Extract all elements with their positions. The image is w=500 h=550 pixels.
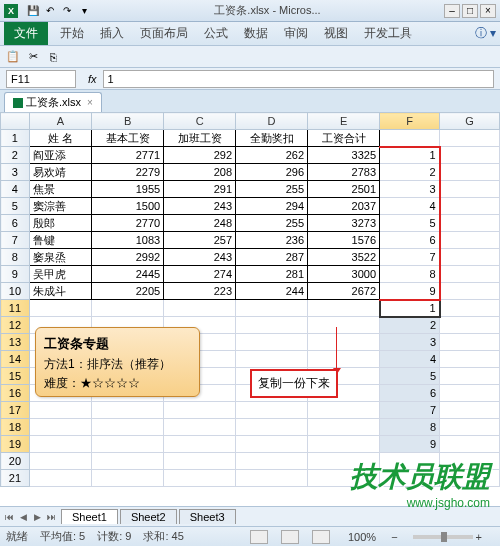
excel-icon: X bbox=[4, 4, 18, 18]
col-header[interactable]: F bbox=[380, 113, 440, 130]
active-cell[interactable]: 1 bbox=[380, 300, 440, 317]
copy-icon[interactable]: ⎘ bbox=[44, 49, 62, 65]
col-header[interactable]: C bbox=[164, 113, 236, 130]
col-header[interactable]: A bbox=[29, 113, 91, 130]
col-header[interactable]: B bbox=[92, 113, 164, 130]
tab-developer[interactable]: 开发工具 bbox=[356, 22, 420, 45]
row-header[interactable]: 1 bbox=[1, 130, 30, 147]
status-ready: 就绪 bbox=[6, 529, 28, 544]
callout-box: 复制一份下来 bbox=[250, 369, 338, 398]
status-count: 计数: 9 bbox=[97, 529, 131, 544]
select-all-corner[interactable] bbox=[1, 113, 30, 130]
qat-dropdown-icon[interactable]: ▾ bbox=[77, 4, 91, 18]
toolbar: 📋 ✂ ⎘ bbox=[0, 46, 500, 68]
status-sum: 求和: 45 bbox=[143, 529, 183, 544]
col-header[interactable]: D bbox=[236, 113, 308, 130]
tab-review[interactable]: 审阅 bbox=[276, 22, 316, 45]
close-button[interactable]: × bbox=[480, 4, 496, 18]
workbook-tabs: 工资条.xlsx × bbox=[0, 90, 500, 112]
fx-icon[interactable]: fx bbox=[88, 73, 97, 85]
window-title: 工资条.xlsx - Micros... bbox=[214, 3, 320, 18]
save-icon[interactable]: 💾 bbox=[26, 4, 40, 18]
last-sheet-icon[interactable]: ⏭ bbox=[44, 512, 58, 522]
sheet-tab[interactable]: Sheet1 bbox=[61, 509, 118, 524]
tab-formulas[interactable]: 公式 bbox=[196, 22, 236, 45]
col-header[interactable]: G bbox=[440, 113, 500, 130]
zoom-in-icon[interactable]: + bbox=[476, 531, 482, 543]
tab-home[interactable]: 开始 bbox=[52, 22, 92, 45]
zoom-level[interactable]: 100% bbox=[348, 531, 376, 543]
workbook-tab[interactable]: 工资条.xlsx × bbox=[4, 92, 102, 112]
view-buttons bbox=[250, 530, 342, 544]
annotation-box: 工资条专题 方法1：排序法（推荐） 难度：★☆☆☆☆ bbox=[35, 327, 200, 397]
annotation-title: 工资条专题 bbox=[44, 336, 109, 351]
annotation-line1: 方法1：排序法（推荐） bbox=[44, 357, 171, 371]
zoom-control: 100% − + bbox=[348, 531, 494, 543]
ribbon-tabs: 文件 开始 插入 页面布局 公式 数据 审阅 视图 开发工具 ⓘ ▾ bbox=[0, 22, 500, 46]
zoom-out-icon[interactable]: − bbox=[391, 531, 397, 543]
sheet-tab-bar: ⏮ ◀ ▶ ⏭ Sheet1 Sheet2 Sheet3 bbox=[0, 506, 500, 526]
help-icon[interactable]: ⓘ ▾ bbox=[475, 25, 496, 42]
undo-icon[interactable]: ↶ bbox=[43, 4, 57, 18]
status-avg: 平均值: 5 bbox=[40, 529, 85, 544]
page-break-view-icon[interactable] bbox=[312, 530, 330, 544]
redo-icon[interactable]: ↷ bbox=[60, 4, 74, 18]
grid[interactable]: A B C D E F G 1姓 名基本工资加班工资全勤奖扣工资合计 2阎亚添2… bbox=[0, 112, 500, 487]
page-layout-view-icon[interactable] bbox=[281, 530, 299, 544]
annotation-line2: 难度：★☆☆☆☆ bbox=[44, 376, 140, 390]
sheet-tab[interactable]: Sheet2 bbox=[120, 509, 177, 524]
workbook-tab-label: 工资条.xlsx bbox=[26, 95, 81, 110]
formula-bar[interactable] bbox=[103, 70, 494, 88]
formula-bar-row: fx bbox=[0, 68, 500, 90]
prev-sheet-icon[interactable]: ◀ bbox=[16, 512, 30, 522]
status-bar: 就绪 平均值: 5 计数: 9 求和: 45 100% − + bbox=[0, 526, 500, 546]
normal-view-icon[interactable] bbox=[250, 530, 268, 544]
zoom-slider[interactable] bbox=[413, 535, 473, 539]
maximize-button[interactable]: □ bbox=[462, 4, 478, 18]
tab-data[interactable]: 数据 bbox=[236, 22, 276, 45]
col-header[interactable]: E bbox=[308, 113, 380, 130]
sheet-nav: ⏮ ◀ ▶ ⏭ bbox=[0, 512, 60, 522]
next-sheet-icon[interactable]: ▶ bbox=[30, 512, 44, 522]
file-tab[interactable]: 文件 bbox=[4, 22, 48, 45]
quick-access-toolbar: 💾 ↶ ↷ ▾ bbox=[26, 4, 91, 18]
cut-icon[interactable]: ✂ bbox=[24, 49, 42, 65]
window-controls: – □ × bbox=[444, 4, 496, 18]
spreadsheet-area: A B C D E F G 1姓 名基本工资加班工资全勤奖扣工资合计 2阎亚添2… bbox=[0, 112, 500, 506]
tab-view[interactable]: 视图 bbox=[316, 22, 356, 45]
tab-page-layout[interactable]: 页面布局 bbox=[132, 22, 196, 45]
title-bar: X 💾 ↶ ↷ ▾ 工资条.xlsx - Micros... – □ × bbox=[0, 0, 500, 22]
first-sheet-icon[interactable]: ⏮ bbox=[2, 512, 16, 522]
sheet-tab[interactable]: Sheet3 bbox=[179, 509, 236, 524]
excel-mini-icon bbox=[13, 98, 23, 108]
paste-icon[interactable]: 📋 bbox=[4, 49, 22, 65]
tab-insert[interactable]: 插入 bbox=[92, 22, 132, 45]
minimize-button[interactable]: – bbox=[444, 4, 460, 18]
name-box[interactable] bbox=[6, 70, 76, 88]
close-tab-icon[interactable]: × bbox=[87, 97, 93, 108]
